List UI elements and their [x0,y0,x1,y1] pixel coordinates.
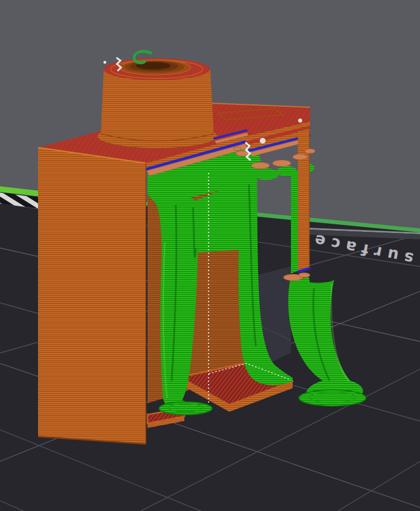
slicer-3d-viewport[interactable]: surface [0,0,420,511]
cylinder-boss [97,51,217,148]
scene: surface [0,0,420,511]
left-pillar [38,148,146,444]
